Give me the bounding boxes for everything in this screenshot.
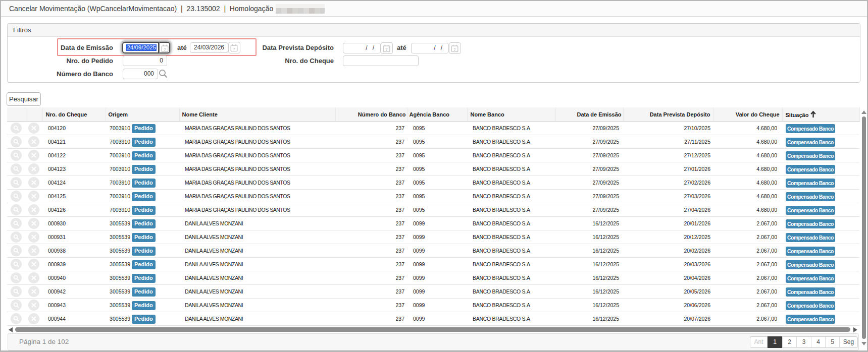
svg-text:7: 7 (164, 47, 166, 52)
svg-text:7: 7 (385, 47, 388, 52)
svg-text:7: 7 (453, 47, 456, 52)
